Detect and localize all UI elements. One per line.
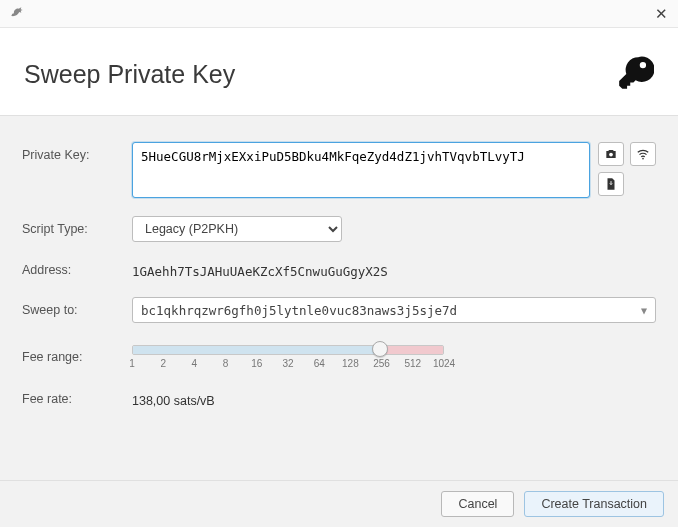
fee-range-label: Fee range: [22,350,122,364]
fee-tick: 16 [251,358,262,369]
fee-tick: 4 [192,358,198,369]
fee-rate-label: Fee rate: [22,392,122,406]
fee-tick: 8 [223,358,229,369]
dialog-header: Sweep Private Key [0,28,678,115]
fee-tick: 128 [342,358,359,369]
fee-tick: 1024 [433,358,455,369]
svg-point-1 [642,158,644,160]
wifi-icon [636,147,650,161]
camera-icon [604,147,618,161]
sweep-to-select[interactable]: bc1qkhrqzwr6gfh0j5lytnle0vuc83naws3j5sje… [132,297,656,323]
fee-tick: 32 [282,358,293,369]
import-file-icon [604,177,618,191]
fee-tick: 512 [404,358,421,369]
private-key-label: Private Key: [22,142,122,162]
bird-icon [10,4,26,23]
fee-tick: 2 [160,358,166,369]
import-file-button[interactable] [598,172,624,196]
titlebar: ✕ [0,0,678,28]
create-transaction-button[interactable]: Create Transaction [524,491,664,517]
chevron-down-icon: ▼ [641,305,647,316]
fee-range-slider[interactable] [372,341,388,357]
form-body: Private Key: Script Type: Legacy (P2PKH) [0,115,678,480]
fee-tick: 256 [373,358,390,369]
cancel-button[interactable]: Cancel [441,491,514,517]
fee-range-ticks: 12481632641282565121024 [132,358,444,372]
sweep-to-label: Sweep to: [22,303,122,317]
close-icon[interactable]: ✕ [655,5,668,23]
address-value: 1GAehh7TsJAHuUAeKZcXf5CnwuGuGgyX2S [132,260,656,279]
key-icon [616,54,654,95]
wifi-button[interactable] [630,142,656,166]
script-type-select[interactable]: Legacy (P2PKH) [132,216,342,242]
dialog-footer: Cancel Create Transaction [0,480,678,527]
fee-rate-value: 138,00 sats/vB [132,390,656,408]
page-title: Sweep Private Key [24,60,235,89]
fee-range-track [132,345,444,355]
camera-button[interactable] [598,142,624,166]
svg-point-0 [609,153,613,157]
address-label: Address: [22,263,122,277]
sweep-to-value: bc1qkhrqzwr6gfh0j5lytnle0vuc83naws3j5sje… [141,303,457,318]
script-type-label: Script Type: [22,222,122,236]
private-key-input[interactable] [132,142,590,198]
fee-tick: 1 [129,358,135,369]
fee-tick: 64 [314,358,325,369]
